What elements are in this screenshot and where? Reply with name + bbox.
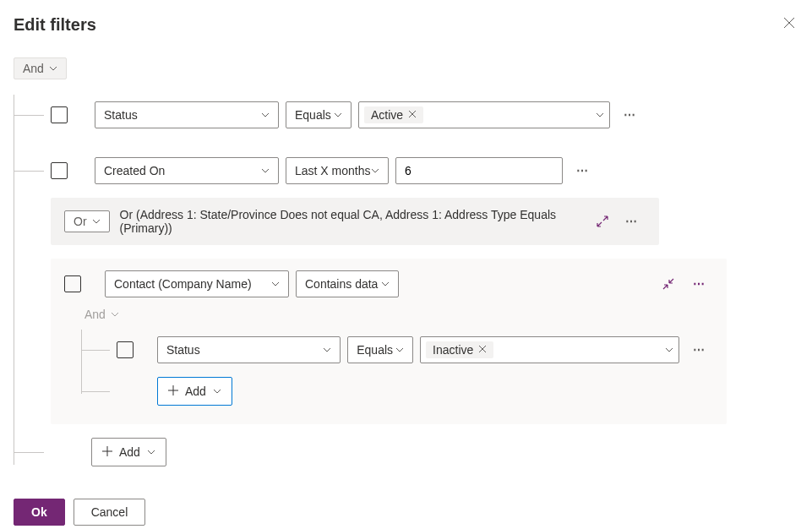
condition-row: Status Equals Active ⋯ [30, 95, 798, 135]
group-header: Or Or (Address 1: State/Province Does no… [64, 208, 646, 235]
chevron-down-icon [147, 450, 155, 455]
row-more-actions[interactable]: ⋯ [569, 161, 597, 181]
add-label: Add [119, 445, 140, 459]
related-header: Contact (Company Name) Contains data ⋯ [64, 270, 713, 297]
row-more-actions[interactable]: ⋯ [617, 105, 644, 125]
chevron-down-icon [334, 112, 342, 117]
root-operator-label: And [23, 62, 44, 75]
chevron-down-icon [395, 347, 404, 352]
group-container-row: Or Or (Address 1: State/Province Does no… [30, 191, 798, 252]
field-selector[interactable]: Status [157, 336, 341, 363]
operator-label: Equals [295, 108, 334, 122]
add-button[interactable]: Add [157, 377, 232, 406]
add-button[interactable]: Add [91, 438, 166, 466]
collapse-icon[interactable] [662, 278, 674, 290]
chevron-down-icon [92, 219, 101, 224]
chevron-down-icon [596, 112, 604, 117]
condition-row: Status Equals Inactive [96, 330, 713, 370]
chevron-down-icon [49, 66, 57, 71]
ok-button[interactable]: Ok [14, 499, 65, 526]
plus-icon [168, 384, 178, 398]
operator-selector[interactable]: Equals [347, 336, 413, 363]
value-input[interactable] [395, 157, 563, 184]
plus-icon [102, 445, 112, 459]
add-label: Add [185, 384, 206, 398]
chevron-down-icon [213, 389, 221, 394]
close-icon[interactable] [780, 14, 798, 35]
root-operator-selector[interactable]: And [14, 57, 67, 79]
condition-row: Created On Last X months ⋯ [30, 150, 798, 191]
operator-selector[interactable]: Last X months [286, 157, 389, 184]
related-condition-label: Contains data [305, 277, 381, 291]
operator-label: Last X months [295, 164, 371, 177]
value-token: Inactive [426, 341, 493, 358]
dialog-title: Edit filters [14, 15, 96, 35]
field-label: Created On [104, 164, 261, 177]
chevron-down-icon [271, 281, 280, 286]
expand-icon[interactable] [597, 215, 608, 227]
dialog-footer: Ok Cancel [14, 499, 798, 526]
remove-token-icon[interactable] [478, 344, 487, 356]
related-entity-label: Contact (Company Name) [114, 277, 271, 291]
cancel-button[interactable]: Cancel [74, 499, 146, 526]
field-selector[interactable]: Created On [95, 157, 279, 184]
field-label: Status [166, 343, 323, 357]
or-group: Or Or (Address 1: State/Province Does no… [51, 198, 659, 245]
group-summary: Or (Address 1: State/Province Does not e… [120, 208, 586, 235]
operator-selector[interactable]: Equals [286, 101, 352, 128]
row-checkbox[interactable] [51, 106, 68, 123]
condition-tree: Status Equals Active ⋯ Created [14, 95, 798, 473]
related-actions: ⋯ [662, 274, 713, 294]
chevron-down-icon [111, 312, 119, 317]
add-row: Add [96, 370, 713, 412]
nested-operator-label: And [84, 308, 106, 321]
value-field[interactable]: Inactive [420, 336, 679, 363]
value-token-label: Active [371, 108, 403, 122]
chevron-down-icon [371, 168, 379, 173]
field-label: Status [104, 108, 261, 122]
chevron-down-icon [665, 347, 673, 352]
nested-operator-selector[interactable]: And [84, 308, 119, 321]
root-filter-group: And Status Equals Active [14, 57, 798, 473]
group-more-actions[interactable]: ⋯ [619, 211, 646, 232]
related-container-row: Contact (Company Name) Contains data ⋯ [30, 252, 798, 431]
related-entity-selector[interactable]: Contact (Company Name) [105, 270, 289, 297]
chevron-down-icon [381, 281, 390, 286]
related-condition-selector[interactable]: Contains data [296, 270, 399, 297]
row-checkbox[interactable] [64, 275, 81, 292]
chevron-down-icon [323, 347, 331, 352]
chevron-down-icon [261, 168, 270, 173]
value-field[interactable]: Active [358, 101, 610, 128]
group-operator-label: Or [74, 215, 87, 228]
nested-inner: And Status Equals [64, 308, 713, 412]
field-selector[interactable]: Status [95, 101, 279, 128]
related-entity-group: Contact (Company Name) Contains data ⋯ [51, 259, 727, 424]
operator-label: Equals [357, 343, 395, 357]
row-checkbox[interactable] [51, 162, 68, 179]
dialog-header: Edit filters [14, 14, 798, 35]
remove-token-icon[interactable] [408, 109, 417, 121]
nested-tree: Status Equals Inactive [81, 330, 713, 412]
row-more-actions[interactable]: ⋯ [686, 340, 713, 360]
row-checkbox[interactable] [117, 341, 134, 358]
value-token: Active [364, 106, 423, 123]
add-row: Add [30, 431, 798, 473]
group-operator-selector[interactable]: Or [64, 210, 110, 232]
chevron-down-icon [261, 112, 270, 117]
value-token-label: Inactive [433, 343, 473, 357]
related-more-actions[interactable]: ⋯ [686, 274, 713, 294]
